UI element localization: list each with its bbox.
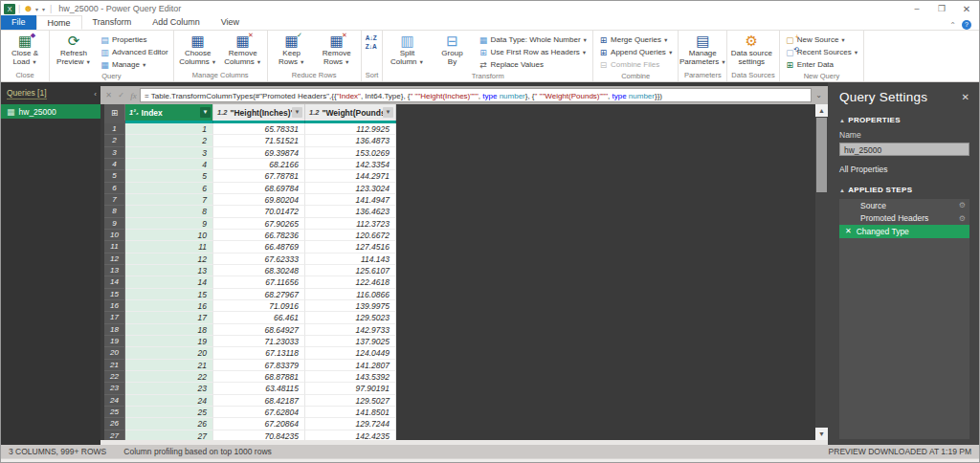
cell-height[interactable]: 67.62804 [213,407,305,418]
step-settings-gear-icon[interactable]: ⚙ [959,201,966,209]
cell-height[interactable]: 71.51521 [213,135,305,146]
data-source-settings-button[interactable]: ⚙Data sourcesettings [729,32,773,70]
cell-weight[interactable]: 142.9733 [305,324,396,336]
cell-index[interactable]: 22 [125,371,213,383]
cell-height[interactable]: 68.87881 [213,371,305,383]
keep-rows-button[interactable]: ▦✓KeepRows▼ [270,32,314,70]
row-number[interactable]: 1 [104,123,125,135]
cell-weight[interactable]: 137.9025 [305,336,396,347]
merge-queries-button[interactable]: ⊞Merge Queries▼ [595,33,676,46]
append-queries-button[interactable]: ⊞Append Queries▼ [595,46,676,58]
all-properties-link[interactable]: All Properties [828,165,979,174]
row-number[interactable]: 17 [104,312,125,323]
close-load-button[interactable]: ▦◆Close &Load▼ [3,32,47,70]
cell-weight[interactable]: 129.5023 [305,312,396,323]
delete-step-icon[interactable]: ✕ [845,227,852,235]
collapse-ribbon-icon[interactable]: ⌃ [949,21,956,30]
row-number[interactable]: 23 [104,383,125,394]
row-number[interactable]: 24 [104,395,125,407]
query-item-hw_25000[interactable]: ▦hw_25000 [1,104,100,119]
cell-height[interactable]: 69.39874 [213,147,305,159]
cell-weight[interactable]: 141.4947 [305,194,396,206]
cell-weight[interactable]: 123.3024 [305,183,396,194]
row-number[interactable]: 19 [104,336,125,347]
select-all-corner-button[interactable]: ⊞ [104,104,125,121]
cell-index[interactable]: 15 [125,289,213,300]
row-number[interactable]: 7 [104,194,125,206]
cell-index[interactable]: 6 [125,183,213,194]
cell-height[interactable]: 71.0916 [213,300,305,312]
profiling-status[interactable]: Column profiling based on top 1000 rows [123,447,272,456]
row-number[interactable]: 26 [104,418,125,430]
cell-weight[interactable]: 122.4618 [305,276,396,288]
cell-index[interactable]: 1 [125,123,213,135]
cell-index[interactable]: 24 [125,395,213,407]
cell-weight[interactable]: 129.5027 [305,395,396,407]
group-by-button[interactable]: ⊟GroupBy [430,32,474,71]
cell-height[interactable]: 68.69784 [213,183,305,194]
split-column-button[interactable]: ▥SplitColumn▼ [385,32,429,71]
cell-index[interactable]: 7 [125,194,213,206]
cell-height[interactable]: 66.461 [213,312,305,323]
replace-values-button[interactable]: ⇄Replace Values [475,58,590,71]
column-type-icon[interactable]: 1.2 [309,108,319,117]
new-source-button[interactable]: ▢+New Source▼ [782,33,861,46]
cell-height[interactable]: 67.11656 [213,276,305,288]
cell-index[interactable]: 12 [125,254,213,265]
cell-index[interactable]: 3 [125,147,213,159]
cell-weight[interactable]: 97.90191 [305,383,396,394]
cell-index[interactable]: 20 [125,347,213,359]
cell-index[interactable]: 4 [125,159,213,170]
cell-weight[interactable]: 153.0269 [305,147,396,159]
cell-index[interactable]: 26 [125,418,213,430]
filter-dropdown-icon[interactable]: ▼ [292,107,302,118]
row-number[interactable]: 22 [104,371,125,383]
cell-height[interactable]: 67.83379 [213,360,305,371]
scroll-down-icon[interactable]: ▼ [815,428,828,440]
smiley-dropdown-icon[interactable]: ▾ [35,6,38,12]
scrollbar-thumb[interactable] [816,118,827,192]
help-icon[interactable]: ? [962,20,971,30]
row-number[interactable]: 15 [104,289,125,300]
tab-home[interactable]: Home [36,15,82,30]
cell-height[interactable]: 67.62333 [213,254,305,265]
cell-height[interactable]: 65.78331 [213,123,305,135]
cell-height[interactable]: 68.2166 [213,159,305,170]
cell-weight[interactable]: 127.4516 [305,241,396,253]
column-type-icon[interactable]: 1.2 [217,108,227,117]
cell-weight[interactable]: 142.3354 [305,159,396,170]
applied-steps-section-header[interactable]: ▲ APPLIED STEPS [828,186,979,194]
row-number[interactable]: 4 [104,159,125,170]
cell-weight[interactable]: 141.8501 [305,407,396,418]
cell-index[interactable]: 14 [125,276,213,288]
row-number[interactable]: 3 [104,147,125,159]
remove-columns-button[interactable]: ▦✕RemoveColumns▼ [221,32,265,70]
filter-dropdown-icon[interactable]: ▼ [200,107,211,118]
maximize-button[interactable]: ❐ [929,2,954,16]
cell-weight[interactable]: 114.143 [305,254,396,265]
row-number[interactable]: 10 [104,230,125,241]
cell-index[interactable]: 16 [125,300,213,312]
cell-index[interactable]: 17 [125,312,213,323]
row-number[interactable]: 16 [104,300,125,312]
cell-weight[interactable]: 136.4623 [305,206,396,217]
commit-formula-icon[interactable]: ✓ [115,91,127,99]
feedback-smiley-icon[interactable]: ☻ [23,4,33,13]
row-number[interactable]: 9 [104,218,125,230]
cell-weight[interactable]: 136.4873 [305,135,396,146]
query-name-input[interactable]: hw_25000 [839,143,969,156]
tab-file[interactable]: File [1,15,36,30]
cell-index[interactable]: 10 [125,230,213,241]
manage-parameters-button[interactable]: ▤ManageParameters▼ [680,32,724,70]
enter-data-button[interactable]: ⊞Enter Data [782,58,861,71]
cell-index[interactable]: 11 [125,241,213,253]
cell-weight[interactable]: 125.6107 [305,265,396,276]
row-number[interactable]: 8 [104,206,125,217]
close-button[interactable]: ✕ [954,2,979,16]
row-number[interactable]: 21 [104,360,125,371]
formula-input[interactable]: = Table.TransformColumnTypes(#"Promoted … [140,88,812,102]
row-number[interactable]: 2 [104,135,125,146]
cell-height[interactable]: 68.64927 [213,324,305,336]
cell-index[interactable]: 8 [125,206,213,217]
cell-height[interactable]: 63.48115 [213,383,305,394]
